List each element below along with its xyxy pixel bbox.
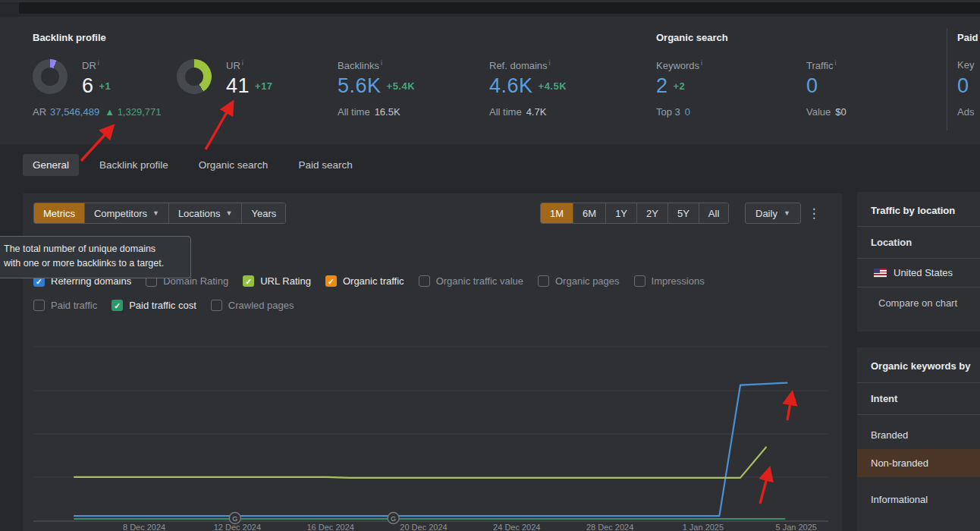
section-tabs: General Backlink profile Organic search …: [23, 154, 363, 176]
keywords-top3: Top 30: [656, 106, 690, 118]
paid-ads-label: Ads: [957, 106, 974, 118]
info-icon: i: [549, 59, 551, 67]
ur-delta: +17: [255, 80, 273, 92]
info-icon: i: [701, 59, 702, 67]
google-update-label: G: [232, 515, 237, 523]
info-icon: i: [834, 59, 836, 67]
tab-organic-search[interactable]: Organic search: [189, 154, 278, 176]
ref-domains-label: Ref. domainsi: [489, 59, 551, 71]
dr-value: 6+1: [82, 74, 111, 98]
intent-row-informational[interactable]: Informational: [857, 485, 980, 514]
tab-paid-search[interactable]: Paid search: [288, 154, 362, 176]
traffic-label: Traffici: [806, 59, 836, 71]
paid-keywords-value: 0: [957, 74, 969, 98]
intent-column-header: Intent: [857, 383, 980, 414]
backlinks-alltime: All time16.5K: [338, 106, 400, 118]
x-tick-label: 5 Jan 2025: [775, 523, 816, 531]
x-tick-label: 8 Dec 2024: [123, 523, 165, 531]
us-flag-icon: [874, 269, 887, 278]
info-icon: i: [381, 59, 382, 67]
traffic-by-location-title: Traffic by location: [857, 192, 980, 226]
backlinks-value: 5.6K+5.4K: [338, 74, 415, 98]
ref-domains-value: 4.6K+4.5K: [489, 74, 567, 98]
x-tick-label: 1 Jan 2025: [683, 523, 724, 531]
series-url-rating: [74, 448, 766, 478]
compare-on-chart-link[interactable]: Compare on chart: [857, 287, 980, 319]
intent-list: Branded Non-branded Informational: [857, 421, 980, 514]
location-row-united-states[interactable]: United States: [857, 259, 980, 287]
ref-domains-delta: +4.5K: [539, 80, 567, 92]
organic-keywords-panel: Organic keywords by Intent Branded Non-b…: [857, 347, 980, 531]
organic-keywords-title: Organic keywords by: [857, 347, 980, 382]
paid-keywords-label: Key: [957, 59, 974, 71]
info-icon: i: [98, 59, 99, 67]
ref-domains-alltime: All time4.7K: [489, 106, 546, 118]
keywords-label: Keywordsi: [656, 59, 702, 71]
dr-delta: +1: [99, 80, 112, 92]
x-tick-label: 12 Dec 2024: [214, 523, 261, 531]
x-tick-label: 24 Dec 2024: [493, 523, 540, 531]
traffic-by-location-panel: Traffic by location Location United Stat…: [857, 192, 980, 331]
x-tick-label: 16 Dec 2024: [307, 523, 354, 531]
traffic-sub: Value$0: [806, 106, 847, 118]
x-tick-label: 20 Dec 2024: [400, 523, 447, 531]
section-divider: [947, 28, 947, 130]
backlink-profile-title: Backlink profile: [33, 32, 106, 43]
top-bar: [19, 2, 980, 14]
referring-domains-tooltip: The total number of unique domains with …: [0, 236, 191, 278]
tab-general[interactable]: General: [23, 154, 79, 176]
ur-value: 41+17: [226, 74, 273, 98]
divider: [857, 414, 980, 415]
paid-search-title: Paid: [957, 32, 978, 43]
traffic-value: 0: [806, 74, 818, 98]
overview-band: Backlink profile DRi 6+1 AR37,546,489▲ 1…: [0, 17, 980, 144]
backlinks-label: Backlinksi: [338, 59, 382, 71]
info-icon: i: [242, 59, 243, 67]
backlinks-delta: +5.4K: [387, 80, 416, 92]
ur-label: URi: [226, 59, 243, 71]
ar-row: AR37,546,489▲ 1,329,771: [33, 106, 161, 118]
intent-row-non-branded[interactable]: Non-branded: [857, 449, 980, 477]
ur-gauge: [177, 59, 212, 94]
ar-value: 37,546,489: [50, 106, 99, 118]
series-referring-domains: [74, 383, 787, 517]
google-update-label: G: [391, 515, 396, 523]
dr-gauge: [33, 59, 68, 94]
location-column-header: Location: [857, 227, 980, 258]
keywords-delta: +2: [674, 80, 686, 92]
dr-label: DRi: [82, 59, 99, 71]
organic-search-title: Organic search: [656, 32, 728, 43]
tab-backlink-profile[interactable]: Backlink profile: [90, 154, 178, 176]
intent-row-branded[interactable]: Branded: [857, 421, 980, 449]
x-tick-label: 28 Dec 2024: [586, 523, 633, 531]
ar-delta: ▲ 1,329,771: [105, 106, 161, 118]
keywords-value: 2+2: [656, 74, 685, 98]
